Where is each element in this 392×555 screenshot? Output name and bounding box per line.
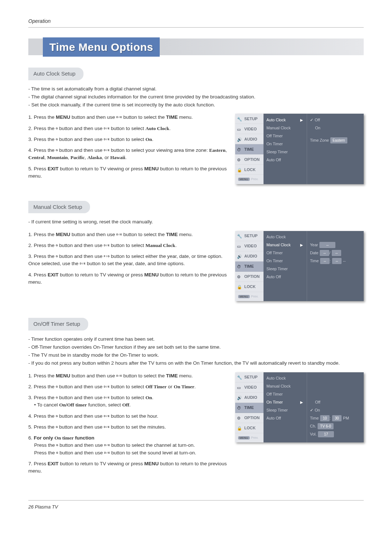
osd-nav-video[interactable]: ▭VIDEO [235,241,264,251]
divider-top [28,27,364,28]
osd-on-timer: 🔧SETUP ▭VIDEO 🔊AUDIO ⏱TIME ⚙OPTION 🔒LOCK… [235,372,364,443]
osd-item-sleep-timer[interactable]: Sleep Timer [266,148,304,156]
osd-item-manual-clock[interactable]: Manual Clock [266,124,304,132]
gear-icon: ⚙ [237,274,243,279]
note-item: - If current time setting is wrong, rese… [28,218,364,226]
osd-value-on[interactable]: ✓On [310,406,361,414]
clock-icon: ⏱ [237,147,243,152]
osd-manual-clock: 🔧SETUP ▭VIDEO 🔊AUDIO ⏱TIME ⚙OPTION 🔒LOCK… [235,231,364,301]
osd-item-auto-off[interactable]: Auto Off [266,273,304,281]
divider-bottom [28,500,364,501]
note-item: - Off-Timer function overrides On-Timer … [28,344,364,351]
osd-auto-clock: 🔧SETUP ▭VIDEO 🔊AUDIO ⏱TIME ⚙OPTION 🔒LOCK… [235,114,364,184]
chevron-right-icon: ▶ [300,117,303,123]
osd-nav-time[interactable]: ⏱TIME [235,403,264,413]
note-item: - If you do not press any button within … [28,360,364,367]
osd-timezone[interactable]: Time ZoneEastern [310,136,361,144]
osd-timezone-value: Eastern [330,137,347,143]
note-item: - The digital channel signal includes in… [28,93,364,101]
tv-icon: ▭ [237,243,243,248]
manual-clock-steps: 1. Press the MENU button and then use D … [28,231,228,286]
section-auto-clock-label: Auto Clock Setup [28,68,83,80]
tv-icon: ▭ [237,385,243,390]
speaker-icon: 🔊 [237,137,243,142]
osd-nav-setup[interactable]: 🔧SETUP [235,231,264,241]
lock-icon: 🔒 [237,284,243,289]
section-manual-clock-label: Manual Clock Setup [28,201,90,214]
chevron-right-icon: ▶ [300,242,303,248]
osd-item-manual-clock[interactable]: Manual Clock▶ [266,241,304,249]
lock-icon: 🔒 [237,425,243,430]
section-header: Operation [28,17,364,25]
wrench-icon: 🔧 [237,233,243,238]
osd-nav-option[interactable]: ⚙OPTION [235,272,264,282]
osd-value-on[interactable]: On [310,124,361,132]
osd-value-off[interactable]: Off [310,398,361,406]
osd-item-sleep-timer[interactable]: Sleep Timer [266,406,304,414]
wrench-icon: 🔧 [237,116,243,121]
osd-nav-option[interactable]: ⚙OPTION [235,413,264,423]
osd-item-auto-clock[interactable]: Auto Clock▶ [266,116,304,124]
onoff-timer-notes: - Timer function operates only if curren… [28,336,364,367]
osd-item-off-timer[interactable]: Off Timer [266,390,304,398]
osd-nav-audio[interactable]: 🔊AUDIO [235,251,264,262]
speaker-icon: 🔊 [237,395,243,400]
osd-nav-lock[interactable]: 🔒LOCK [235,165,264,175]
osd-time[interactable]: Time--:---- [310,257,361,265]
note-item: - The time is set automatically from a d… [28,85,364,93]
osd-nav-time[interactable]: ⏱TIME [235,262,264,272]
osd-item-manual-clock[interactable]: Manual Clock [266,382,304,390]
gear-icon: ⚙ [237,415,243,420]
osd-nav-option[interactable]: ⚙OPTION [235,154,264,165]
osd-footer: MENUPrev. [235,292,264,301]
osd-item-on-timer[interactable]: On Timer [266,140,304,148]
osd-nav-video[interactable]: ▭VIDEO [235,124,264,134]
osd-nav-time[interactable]: ⏱TIME [235,144,264,154]
onoff-timer-steps: 1. Press the MENU button and then use D … [28,372,228,475]
osd-item-auto-off[interactable]: Auto Off [266,156,304,164]
osd-nav-setup[interactable]: 🔧SETUP [235,114,264,124]
check-icon: ✓ [310,407,313,413]
title-bar: Time Menu Options [28,39,364,55]
osd-item-off-timer[interactable]: Off Timer [266,249,304,257]
osd-item-auto-clock[interactable]: Auto Clock [266,233,304,241]
tv-icon: ▭ [237,126,243,131]
lock-icon: 🔒 [237,167,243,172]
osd-ontimer-time[interactable]: Time10:30PM [310,414,361,422]
osd-nav-lock[interactable]: 🔒LOCK [235,423,264,433]
osd-item-sleep-timer[interactable]: Sleep Timer [266,265,304,273]
osd-nav-lock[interactable]: 🔒LOCK [235,282,264,292]
osd-ontimer-ch[interactable]: Ch.TV 6-0 [310,422,361,430]
auto-clock-notes: - The time is set automatically from a d… [28,85,364,109]
osd-nav-audio[interactable]: 🔊AUDIO [235,134,264,144]
note-item: - Timer function operates only if curren… [28,336,364,343]
osd-ontimer-vol[interactable]: Vol.17 [310,430,361,438]
gear-icon: ⚙ [237,157,243,162]
page-title: Time Menu Options [43,37,160,57]
osd-item-auto-clock[interactable]: Auto Clock [266,374,304,382]
osd-nav-audio[interactable]: 🔊AUDIO [235,393,264,403]
note-item: - Set the clock manually, if the current… [28,101,364,109]
osd-footer: MENUPrev. [235,175,264,184]
clock-icon: ⏱ [237,264,243,269]
osd-item-on-timer[interactable]: On Timer [266,257,304,265]
manual-clock-notes: - If current time setting is wrong, rese… [28,218,364,226]
osd-value-off[interactable]: ✓Off [310,116,361,124]
osd-nav-setup[interactable]: 🔧SETUP [235,372,264,382]
section-onoff-timer-label: On/Off Timer Setup [28,318,88,331]
chevron-right-icon: ▶ [300,400,303,405]
speaker-icon: 🔊 [237,254,243,259]
wrench-icon: 🔧 [237,374,243,380]
page-footer: 26 Plasma TV [28,503,364,511]
osd-nav-video[interactable]: ▭VIDEO [235,382,264,393]
auto-clock-steps: 1. Press the MENU button and then use D … [28,114,228,180]
osd-footer: MENUPrev. [235,433,264,443]
check-icon: ✓ [310,117,313,123]
osd-item-on-timer[interactable]: On Timer▶ [266,398,304,406]
clock-icon: ⏱ [237,405,243,410]
osd-year[interactable]: Year-- [310,241,361,249]
osd-date[interactable]: Date--/-- [310,249,361,257]
note-item: - The TV must be in standby mode for the… [28,352,364,359]
osd-item-off-timer[interactable]: Off Timer [266,132,304,140]
osd-item-auto-off[interactable]: Auto Off [266,414,304,422]
